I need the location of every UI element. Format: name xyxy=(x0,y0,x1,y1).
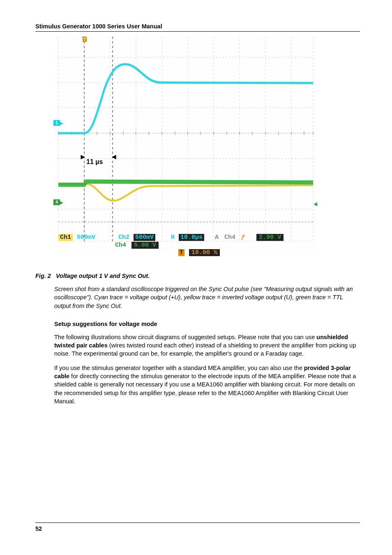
page-footer: 52 xyxy=(35,523,360,532)
scope-svg xyxy=(54,37,317,253)
readout-a-label: A xyxy=(213,234,220,241)
header-rule xyxy=(35,31,360,32)
readout-t-value: 10.00 % xyxy=(189,249,220,256)
readout-h-value: 10.0µs xyxy=(179,234,204,241)
figure-description: Screen shot from a standard oscilloscope… xyxy=(54,285,360,310)
figure-caption: Fig. 2 Voltage output 1 V and Sync Out. xyxy=(35,273,360,279)
readout-ch4-row2-label: Ch4 xyxy=(115,242,126,249)
trace-yellow xyxy=(58,184,313,201)
figure-label: Fig. 2 xyxy=(35,273,51,279)
page-header-title: Stimulus Generator 1000 Series User Manu… xyxy=(35,23,360,30)
oscilloscope-screenshot: T 1 ▶ 4 ▶ 11 µs ◀ Ch1 500mV Ch2 500mV xyxy=(54,37,317,253)
readout-ch2-label: Ch2 xyxy=(117,234,131,241)
trace-green xyxy=(58,182,313,185)
trigger-marker-icon: T xyxy=(83,36,87,42)
scope-readout-row-3: T 10.00 % xyxy=(178,249,220,256)
svg-marker-43 xyxy=(81,155,84,159)
readout-ch1-label: Ch1 xyxy=(58,234,73,241)
right-green-arrow-icon: ◀ xyxy=(314,201,317,207)
readout-trigger-value: 2.90 V xyxy=(256,234,284,241)
readout-ch2-value: 500mV xyxy=(134,234,155,241)
figure-title: Voltage output 1 V and Sync Out. xyxy=(56,273,150,279)
readout-ch4-label: Ch4 xyxy=(223,234,237,241)
readout-ch4-row2-value: 5.00 V xyxy=(131,242,159,249)
footer-rule xyxy=(35,523,360,523)
readout-slope-icon: ƒ xyxy=(240,234,247,241)
readout-t-label: T xyxy=(178,249,184,256)
body-paragraph-1: The following illustrations show circuit… xyxy=(54,333,360,358)
page-number: 52 xyxy=(35,525,360,532)
section-heading: Setup suggestions for voltage mode xyxy=(54,321,360,327)
scope-readout-row-1: Ch1 500mV Ch2 500mV H 10.0µs A Ch4 ƒ 2.9… xyxy=(58,233,313,241)
annotation-11us: 11 µs xyxy=(86,158,103,166)
readout-h-label: H xyxy=(169,234,176,241)
ch4-marker: 4 ▶ xyxy=(53,199,60,205)
scope-readout-row-2: Ch4 5.00 V xyxy=(115,242,159,249)
trace-cyan xyxy=(58,64,313,133)
readout-ch1-value: 500mV xyxy=(75,234,97,241)
body-paragraph-2: If you use the stimulus generator togeth… xyxy=(54,364,360,405)
ch1-marker: 1 ▶ xyxy=(53,120,60,126)
